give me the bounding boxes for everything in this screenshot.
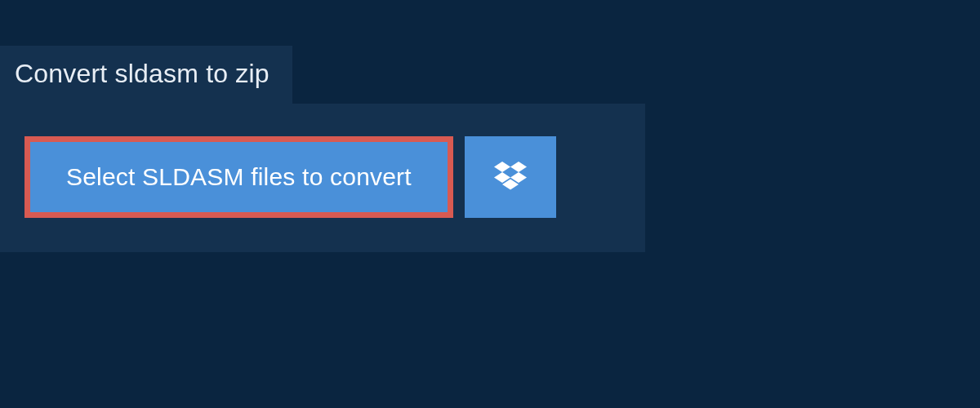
converter-panel: Select SLDASM files to convert [0, 104, 645, 252]
dropbox-icon [494, 162, 527, 193]
button-row: Select SLDASM files to convert [24, 136, 621, 218]
select-files-button[interactable]: Select SLDASM files to convert [30, 142, 448, 212]
dropbox-button[interactable] [465, 136, 556, 218]
tab-strip: Convert sldasm to zip [0, 0, 980, 104]
select-button-highlight: Select SLDASM files to convert [24, 136, 453, 218]
tab-convert[interactable]: Convert sldasm to zip [0, 46, 292, 104]
select-files-label: Select SLDASM files to convert [66, 163, 412, 190]
tab-label: Convert sldasm to zip [15, 59, 270, 88]
